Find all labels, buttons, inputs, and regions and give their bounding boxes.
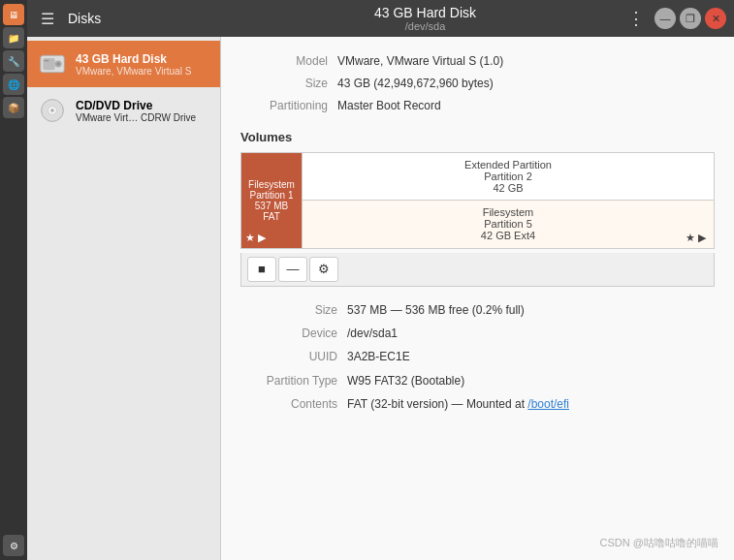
partition-1-stars: ★ ▶ xyxy=(245,232,266,244)
details-grid: Size 537 MB — 536 MB free (0.2% full) De… xyxy=(240,300,715,415)
detail-size-value: 537 MB — 536 MB free (0.2% full) xyxy=(347,300,715,320)
partitioning-label: Partitioning xyxy=(240,97,337,115)
disk-info-grid: Model VMware, VMware Virtual S (1.0) Siz… xyxy=(240,52,715,116)
taskbar-icon-1[interactable]: 🖥 xyxy=(3,4,24,25)
titlebar: ☰ Disks 43 GB Hard Disk /dev/sda ⋮ — ❐ ✕ xyxy=(27,0,734,37)
volumes-title: Volumes xyxy=(240,130,715,144)
cdrom-disk-icon xyxy=(37,95,68,126)
detail-uuid-value: 3A2B-EC1E xyxy=(347,347,715,366)
titlebar-app-title: Disks xyxy=(68,11,101,26)
sidebar-hdd-text: 43 GB Hard Disk VMware, VMware Virtual S xyxy=(76,52,210,77)
content-area: 43 GB Hard Disk VMware, VMware Virtual S… xyxy=(27,37,734,560)
partition-logical-line3: 42 GB Ext4 xyxy=(481,230,535,241)
sidebar-item-cdrom[interactable]: CD/DVD Drive VMware Virt… CDRW Drive xyxy=(27,87,220,134)
partition-extended-line3: 42 GB xyxy=(464,182,552,194)
detail-device-value: /dev/sda1 xyxy=(347,324,715,343)
detail-device-label: Device xyxy=(240,324,347,343)
partition-1-line3: 537 MB FAT xyxy=(245,201,298,222)
partition-1[interactable]: Filesystem Partition 1 537 MB FAT ★ ▶ xyxy=(241,153,302,248)
partition-logical-line2: Partition 5 xyxy=(481,218,535,230)
detail-contents-link[interactable]: /boot/efi xyxy=(527,397,569,411)
delete-button[interactable]: — xyxy=(278,257,307,282)
sidebar-cdrom-text: CD/DVD Drive VMware Virt… CDRW Drive xyxy=(76,99,210,123)
sidebar-cdrom-name: CD/DVD Drive xyxy=(76,99,210,112)
taskbar-icon-5[interactable]: 📦 xyxy=(3,97,24,118)
detail-contents-value: FAT (32-bit version) — Mounted at /boot/… xyxy=(347,394,715,414)
more-options-button[interactable]: ⋮ xyxy=(622,6,651,31)
model-label: Model xyxy=(240,52,337,71)
size-value: 43 GB (42,949,672,960 bytes) xyxy=(337,75,715,93)
partition-extended[interactable]: Extended Partition Partition 2 42 GB xyxy=(303,153,714,202)
svg-point-7 xyxy=(50,109,54,112)
sidebar: 43 GB Hard Disk VMware, VMware Virtual S… xyxy=(27,37,221,560)
size-label: Size xyxy=(240,75,337,93)
partition-1-line2: Partition 1 xyxy=(249,190,293,201)
partition-extended-line1: Extended Partition xyxy=(464,159,552,171)
partition-logical[interactable]: Filesystem Partition 5 42 GB Ext4 ★ ▶ xyxy=(303,201,714,248)
taskbar: 🖥 📁 🔧 🌐 📦 ⚙ xyxy=(0,0,27,560)
sidebar-hdd-sub: VMware, VMware Virtual S xyxy=(76,66,210,77)
maximize-button[interactable]: ❐ xyxy=(680,8,701,29)
taskbar-icon-4[interactable]: 🌐 xyxy=(3,74,24,95)
detail-size-label: Size xyxy=(240,300,347,320)
settings-button[interactable]: ⚙ xyxy=(309,257,338,282)
watermark: CSDN @咕噜咕噜的喵喵 xyxy=(600,536,718,550)
partition-logical-stars: ★ ▶ xyxy=(686,232,706,244)
taskbar-icon-3[interactable]: 🔧 xyxy=(3,50,24,72)
taskbar-icon-bottom[interactable]: ⚙ xyxy=(3,535,24,556)
svg-point-3 xyxy=(57,63,60,66)
partition-right: Extended Partition Partition 2 42 GB Fil… xyxy=(302,153,714,248)
detail-contents-prefix: FAT (32-bit version) — Mounted at xyxy=(347,397,527,411)
taskbar-icon-2[interactable]: 📁 xyxy=(3,27,24,48)
main-panel: Model VMware, VMware Virtual S (1.0) Siz… xyxy=(221,37,734,560)
titlebar-center: 43 GB Hard Disk /dev/sda xyxy=(229,5,622,32)
main-window: ☰ Disks 43 GB Hard Disk /dev/sda ⋮ — ❐ ✕ xyxy=(27,0,734,560)
titlebar-disk-path: /dev/sda xyxy=(229,20,622,32)
close-button[interactable]: ✕ xyxy=(705,8,726,29)
detail-uuid-label: UUID xyxy=(240,347,347,366)
detail-parttype-value: W95 FAT32 (Bootable) xyxy=(347,371,715,390)
partition-toolbar: ■ — ⚙ xyxy=(240,253,715,287)
titlebar-left: ☰ Disks xyxy=(35,8,229,30)
sidebar-cdrom-sub: VMware Virt… CDRW Drive xyxy=(76,112,210,123)
minimize-button[interactable]: — xyxy=(654,8,676,29)
sidebar-hdd-name: 43 GB Hard Disk xyxy=(76,52,210,66)
partition-1-line1: Filesystem xyxy=(248,179,295,190)
model-value: VMware, VMware Virtual S (1.0) xyxy=(337,52,715,71)
hdd-disk-icon xyxy=(37,48,68,79)
titlebar-right: ⋮ — ❐ ✕ xyxy=(622,6,726,31)
partitioning-value: Master Boot Record xyxy=(337,97,715,115)
partition-logical-content: Filesystem Partition 5 42 GB Ext4 xyxy=(481,206,535,241)
svg-rect-4 xyxy=(44,60,48,62)
hamburger-icon[interactable]: ☰ xyxy=(35,8,60,30)
stop-button[interactable]: ■ xyxy=(247,257,276,282)
titlebar-disk-name: 43 GB Hard Disk xyxy=(229,5,622,20)
detail-parttype-label: Partition Type xyxy=(240,371,347,390)
partitions-visual: Filesystem Partition 1 537 MB FAT ★ ▶ Ex… xyxy=(240,152,715,249)
detail-contents-label: Contents xyxy=(240,394,347,414)
partition-extended-line2: Partition 2 xyxy=(464,171,552,182)
sidebar-item-hdd[interactable]: 43 GB Hard Disk VMware, VMware Virtual S xyxy=(27,41,220,87)
partition-extended-content: Extended Partition Partition 2 42 GB xyxy=(464,159,552,194)
partition-logical-line1: Filesystem xyxy=(481,206,535,218)
